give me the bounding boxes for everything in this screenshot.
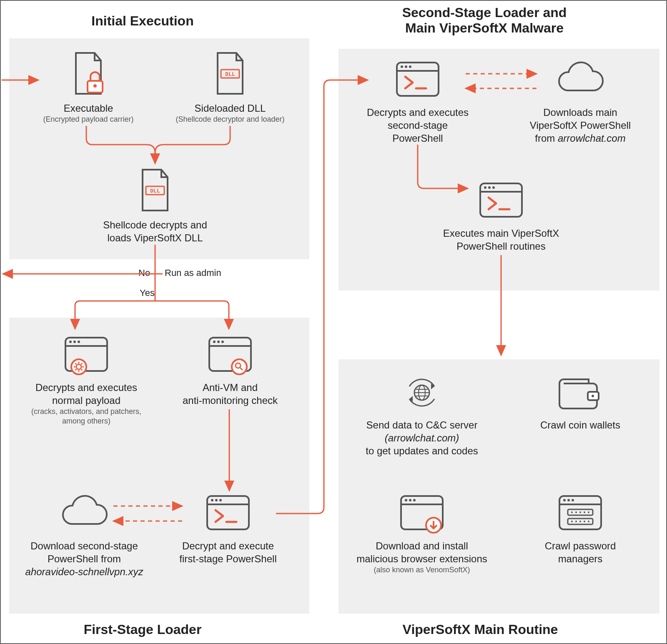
- wallet-icon: [518, 372, 643, 413]
- title-initial: Initial Execution: [55, 13, 230, 29]
- browser-gear-icon: [18, 334, 155, 376]
- label-yes: Yes: [140, 288, 155, 298]
- svg-line-17: [75, 363, 77, 365]
- svg-point-58: [405, 499, 407, 501]
- globe-sync-icon: [347, 372, 497, 413]
- cloud-icon: [13, 493, 155, 534]
- dll-file-icon: DLL: [84, 168, 226, 213]
- svg-rect-41: [480, 183, 522, 217]
- node-download-ext: Download and install malicious browser e…: [343, 493, 501, 575]
- node-executable: Executable (Encrypted payload carrier): [26, 51, 151, 124]
- svg-point-67: [572, 499, 574, 501]
- node-download-stage2: Download second-stage PowerShell from ah…: [13, 493, 155, 579]
- svg-point-23: [213, 341, 216, 343]
- svg-point-79: [588, 521, 589, 522]
- svg-point-70: [571, 511, 573, 513]
- svg-rect-35: [397, 63, 439, 96]
- svg-point-26: [232, 359, 247, 374]
- svg-point-75: [571, 521, 573, 522]
- svg-point-1: [93, 84, 97, 88]
- svg-line-18: [81, 369, 83, 371]
- svg-point-8: [69, 341, 72, 343]
- node-shellcode: DLL Shellcode decrypts and loads ViperSo…: [84, 168, 226, 244]
- node-exec-main: Executes main ViperSoftX PowerShell rout…: [426, 180, 576, 253]
- svg-point-66: [567, 499, 570, 501]
- node-sideloaded-dll: DLL Sideloaded DLL (Shellcode decryptor …: [159, 51, 301, 124]
- svg-point-60: [413, 499, 416, 501]
- file-lock-icon: [26, 51, 151, 97]
- dll-file-icon: DLL: [159, 51, 301, 97]
- node-anti-vm: Anti-VM and anti-monitoring check: [163, 334, 297, 407]
- svg-point-37: [401, 65, 403, 68]
- svg-point-72: [579, 511, 581, 513]
- node-crawl-pwd: Crawl password managers: [518, 493, 643, 565]
- svg-point-71: [575, 511, 577, 513]
- title-main-routine: ViperSoftX Main Routine: [347, 622, 614, 637]
- terminal-icon: [161, 493, 295, 534]
- svg-point-74: [588, 511, 589, 513]
- svg-point-59: [409, 499, 411, 501]
- label-run-as-admin: Run as admin: [165, 268, 221, 278]
- browser-search-icon: [163, 334, 297, 376]
- svg-point-45: [492, 186, 495, 189]
- svg-rect-29: [207, 496, 249, 529]
- cloud-icon: [514, 59, 647, 101]
- svg-point-33: [219, 499, 222, 501]
- browser-download-icon: [343, 493, 501, 534]
- svg-line-20: [81, 363, 83, 365]
- title-second-stage: Second-Stage Loader and Main ViperSoftX …: [339, 5, 630, 36]
- svg-point-77: [579, 521, 581, 522]
- svg-point-65: [563, 499, 566, 501]
- node-download-main: Downloads main ViperSoftX PowerShell fro…: [514, 59, 647, 145]
- svg-point-55: [592, 395, 594, 397]
- node-decrypt-stage2: Decrypts and executes second-stage Power…: [351, 59, 484, 145]
- svg-point-43: [484, 186, 486, 189]
- node-crawl-wallets: Crawl coin wallets: [518, 372, 643, 431]
- title-first-stage: First-Stage Loader: [55, 622, 230, 637]
- svg-point-76: [575, 521, 577, 522]
- svg-point-9: [73, 341, 76, 343]
- svg-point-73: [584, 511, 585, 513]
- browser-password-icon: [518, 493, 643, 534]
- svg-point-78: [584, 521, 585, 522]
- terminal-icon: [426, 180, 576, 222]
- terminal-icon: [351, 59, 484, 101]
- node-normal-payload: Decrypts and executes normal payload (cr…: [18, 334, 155, 426]
- svg-point-39: [409, 65, 411, 68]
- svg-line-19: [75, 369, 77, 371]
- svg-point-24: [217, 341, 220, 343]
- svg-point-11: [71, 359, 86, 374]
- svg-point-38: [405, 65, 407, 68]
- svg-point-25: [221, 341, 224, 343]
- svg-point-31: [211, 499, 213, 501]
- label-no: No: [138, 268, 150, 278]
- svg-text:DLL: DLL: [150, 188, 160, 194]
- svg-point-10: [78, 341, 80, 343]
- node-send-cc: Send data to C&C server (arrowlchat.com)…: [347, 372, 497, 458]
- svg-point-32: [215, 499, 218, 501]
- node-decrypt-stage1: Decrypt and execute first-stage PowerShe…: [161, 493, 295, 565]
- svg-point-44: [488, 186, 491, 189]
- svg-text:DLL: DLL: [225, 71, 235, 77]
